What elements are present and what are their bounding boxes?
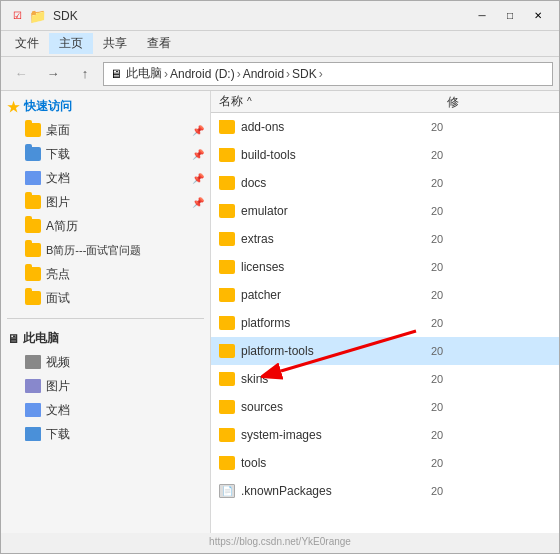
folder-download-icon — [25, 147, 41, 161]
folder-highlight-icon — [25, 267, 41, 281]
this-pc-header[interactable]: 🖥 此电脑 — [1, 327, 210, 350]
sidebar-item-docs[interactable]: 文档 📌 — [1, 166, 210, 190]
checkbox-icon: ☑ — [9, 8, 25, 24]
forward-button[interactable]: → — [39, 61, 67, 87]
file-row[interactable]: build-tools20 — [211, 141, 559, 169]
file-name-label: extras — [241, 232, 431, 246]
back-button[interactable]: ← — [7, 61, 35, 87]
file-row[interactable]: patcher20 — [211, 281, 559, 309]
file-row[interactable]: tools20 — [211, 449, 559, 477]
file-row[interactable]: docs20 — [211, 169, 559, 197]
sidebar-item-interview-label: 面试 — [46, 290, 70, 307]
sidebar-item-resume-b[interactable]: B简历---面试官问题 — [1, 238, 210, 262]
folder-docs-pc-icon — [25, 403, 41, 417]
file-row[interactable]: add-ons20 — [211, 113, 559, 141]
file-date-label: 20 — [431, 457, 551, 469]
file-folder-icon: 📄 — [219, 484, 235, 498]
close-button[interactable]: ✕ — [525, 6, 551, 26]
file-date-label: 20 — [431, 429, 551, 441]
maximize-button[interactable]: □ — [497, 6, 523, 26]
file-name-label: build-tools — [241, 148, 431, 162]
quick-access-section: ★ 快速访问 桌面 📌 下载 📌 文档 📌 — [1, 91, 210, 314]
file-name-label: add-ons — [241, 120, 431, 134]
address-bar[interactable]: 🖥 此电脑 › Android (D:) › Android › SDK › — [103, 62, 553, 86]
file-row[interactable]: sources20 — [211, 393, 559, 421]
file-row[interactable]: platforms20 — [211, 309, 559, 337]
sidebar-item-highlight[interactable]: 亮点 — [1, 262, 210, 286]
file-list: add-ons20build-tools20docs20emulator20ex… — [211, 113, 559, 505]
menu-share[interactable]: 共享 — [93, 33, 137, 54]
folder-resume-a-icon — [25, 219, 41, 233]
sidebar-item-download-pc[interactable]: 下载 — [1, 422, 210, 446]
sidebar-item-pictures[interactable]: 图片 📌 — [1, 190, 210, 214]
file-folder-icon — [219, 120, 235, 134]
file-row[interactable]: extras20 — [211, 225, 559, 253]
address-part-sdk[interactable]: SDK — [292, 67, 317, 81]
title-bar: ☑ 📁 SDK ─ □ ✕ — [1, 1, 559, 31]
pin-icon: 📌 — [192, 125, 204, 136]
file-row[interactable]: skins20 — [211, 365, 559, 393]
menu-file[interactable]: 文件 — [5, 33, 49, 54]
file-row[interactable]: system-images20 — [211, 421, 559, 449]
pin-icon-4: 📌 — [192, 197, 204, 208]
watermark: https://blog.csdn.net/YkE0range — [209, 536, 351, 547]
window-title: SDK — [53, 9, 78, 23]
this-pc-section: 🖥 此电脑 视频 图片 文档 下载 — [1, 323, 210, 450]
file-date-label: 20 — [431, 121, 551, 133]
sidebar-item-interview[interactable]: 面试 — [1, 286, 210, 310]
folder-docs-icon — [25, 171, 41, 185]
file-folder-icon — [219, 260, 235, 274]
file-date-label: 20 — [431, 289, 551, 301]
address-part-android[interactable]: Android — [243, 67, 284, 81]
sidebar-item-resume-a-label: A简历 — [46, 218, 78, 235]
file-folder-icon — [219, 204, 235, 218]
file-folder-icon — [219, 232, 235, 246]
sidebar-item-download[interactable]: 下载 📌 — [1, 142, 210, 166]
sidebar-item-desktop[interactable]: 桌面 📌 — [1, 118, 210, 142]
file-date-label: 20 — [431, 373, 551, 385]
folder-video-icon — [25, 355, 41, 369]
file-row[interactable]: 📄.knownPackages20 — [211, 477, 559, 505]
file-date-label: 20 — [431, 401, 551, 413]
file-row[interactable]: emulator20 — [211, 197, 559, 225]
file-row[interactable]: platform-tools20 — [211, 337, 559, 365]
file-folder-icon — [219, 148, 235, 162]
sidebar-item-docs-pc-label: 文档 — [46, 402, 70, 419]
file-date-label: 20 — [431, 149, 551, 161]
pin-icon-2: 📌 — [192, 149, 204, 160]
file-date-label: 20 — [431, 177, 551, 189]
sidebar-item-highlight-label: 亮点 — [46, 266, 70, 283]
sidebar-item-docs-pc[interactable]: 文档 — [1, 398, 210, 422]
quick-access-label: 快速访问 — [24, 98, 72, 115]
file-date-label: 20 — [431, 317, 551, 329]
folder-interview-icon — [25, 291, 41, 305]
sidebar-item-desktop-label: 桌面 — [46, 122, 70, 139]
sidebar-item-pictures-pc[interactable]: 图片 — [1, 374, 210, 398]
folder-pictures-icon — [25, 195, 41, 209]
file-date-label: 20 — [431, 205, 551, 217]
up-button[interactable]: ↑ — [71, 61, 99, 87]
file-date-label: 20 — [431, 485, 551, 497]
file-row[interactable]: licenses20 — [211, 253, 559, 281]
window: ☑ 📁 SDK ─ □ ✕ 文件 主页 共享 查看 ← → ↑ 🖥 此电脑 › … — [0, 0, 560, 554]
address-part-pc[interactable]: 此电脑 — [126, 65, 162, 82]
file-name-label: sources — [241, 400, 431, 414]
address-part-drive[interactable]: Android (D:) — [170, 67, 235, 81]
file-name-label: .knownPackages — [241, 484, 431, 498]
minimize-button[interactable]: ─ — [469, 6, 495, 26]
file-name-label: licenses — [241, 260, 431, 274]
folder-desktop-icon — [25, 123, 41, 137]
computer-icon-sidebar: 🖥 — [7, 332, 19, 346]
file-name-label: skins — [241, 372, 431, 386]
menu-home[interactable]: 主页 — [49, 33, 93, 54]
toolbar: ← → ↑ 🖥 此电脑 › Android (D:) › Android › S… — [1, 57, 559, 91]
quick-access-header[interactable]: ★ 快速访问 — [1, 95, 210, 118]
col-name-header[interactable]: 名称 ^ — [211, 91, 439, 112]
col-modified-header[interactable]: 修 — [439, 91, 559, 112]
sidebar-item-resume-a[interactable]: A简历 — [1, 214, 210, 238]
sidebar-item-video[interactable]: 视频 — [1, 350, 210, 374]
menu-view[interactable]: 查看 — [137, 33, 181, 54]
sidebar-item-docs-label: 文档 — [46, 170, 70, 187]
file-folder-icon — [219, 344, 235, 358]
file-folder-icon — [219, 316, 235, 330]
